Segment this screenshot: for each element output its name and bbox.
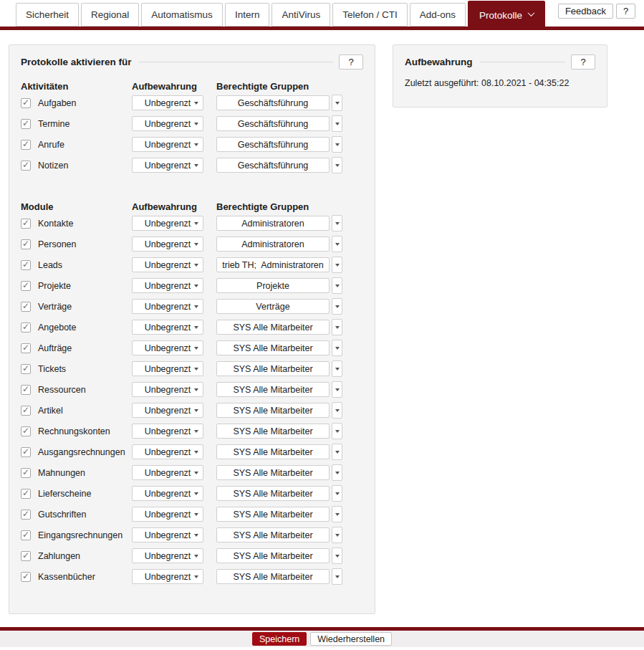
groups-dropdown-button[interactable] [332, 136, 342, 153]
groups-value-field[interactable]: Administratoren [216, 216, 330, 231]
groups-dropdown-button[interactable] [332, 548, 342, 564]
enable-checkbox[interactable]: ✓ [21, 281, 31, 291]
enable-checkbox[interactable]: ✓ [21, 98, 31, 108]
groups-value-field[interactable]: trieb TH; Administratoren [216, 257, 330, 272]
retention-dropdown[interactable]: Unbegrenzt [132, 569, 203, 584]
groups-dropdown-button[interactable] [332, 381, 342, 398]
enable-checkbox[interactable]: ✓ [21, 426, 31, 436]
groups-value-field[interactable]: Geschäftsführung [216, 158, 330, 173]
groups-value-field[interactable]: Administratoren [216, 236, 330, 252]
feedback-button[interactable]: Feedback [558, 4, 613, 19]
enable-checkbox[interactable]: ✓ [21, 385, 31, 395]
groups-dropdown-button[interactable] [332, 340, 342, 356]
groups-dropdown-button[interactable] [332, 423, 342, 439]
groups-value-field[interactable]: SYS Alle Mitarbeiter [216, 486, 330, 501]
enable-checkbox[interactable]: ✓ [21, 161, 31, 171]
retention-dropdown[interactable]: Unbegrenzt [132, 403, 203, 418]
retention-dropdown[interactable]: Unbegrenzt [132, 361, 203, 376]
groups-value-field[interactable]: Verträge [216, 299, 330, 314]
enable-checkbox[interactable]: ✓ [21, 302, 31, 312]
groups-dropdown-button[interactable] [332, 319, 342, 335]
retention-help-button[interactable]: ? [571, 54, 595, 70]
groups-dropdown-button[interactable] [332, 464, 342, 481]
groups-dropdown-button[interactable] [332, 115, 342, 132]
groups-dropdown-button[interactable] [332, 568, 342, 585]
tab-protokolle[interactable]: Protokolle [468, 1, 545, 30]
retention-dropdown[interactable]: Unbegrenzt [132, 137, 203, 152]
groups-dropdown-button[interactable] [332, 485, 342, 502]
retention-dropdown[interactable]: Unbegrenzt [132, 527, 203, 543]
groups-dropdown-button[interactable] [332, 157, 342, 173]
enable-checkbox[interactable]: ✓ [21, 489, 31, 499]
retention-dropdown[interactable]: Unbegrenzt [132, 116, 203, 131]
enable-checkbox[interactable]: ✓ [21, 406, 31, 416]
groups-dropdown-button[interactable] [332, 360, 342, 377]
enable-checkbox[interactable]: ✓ [21, 447, 31, 457]
retention-dropdown[interactable]: Unbegrenzt [132, 465, 203, 480]
retention-dropdown[interactable]: Unbegrenzt [132, 216, 203, 231]
retention-dropdown[interactable]: Unbegrenzt [132, 278, 203, 293]
tab-add-ons[interactable]: Add-ons [410, 3, 466, 27]
enable-checkbox[interactable]: ✓ [21, 140, 31, 150]
enable-checkbox[interactable]: ✓ [21, 119, 31, 129]
groups-dropdown-button[interactable] [332, 527, 342, 543]
groups-value-field[interactable]: Geschäftsführung [216, 95, 330, 110]
enable-checkbox[interactable]: ✓ [21, 239, 31, 249]
groups-dropdown-button[interactable] [332, 506, 342, 522]
groups-dropdown-button[interactable] [332, 298, 342, 315]
retention-dropdown[interactable]: Unbegrenzt [132, 95, 203, 110]
groups-value-field[interactable]: SYS Alle Mitarbeiter [216, 507, 330, 522]
enable-checkbox[interactable]: ✓ [21, 510, 31, 520]
retention-dropdown[interactable]: Unbegrenzt [132, 444, 203, 459]
tab-automatismus[interactable]: Automatismus [141, 3, 223, 27]
groups-value-field[interactable]: SYS Alle Mitarbeiter [216, 444, 330, 459]
enable-checkbox[interactable]: ✓ [21, 322, 31, 333]
groups-value-field[interactable]: SYS Alle Mitarbeiter [216, 320, 330, 335]
tab-regional[interactable]: Regional [81, 3, 139, 27]
enable-checkbox[interactable]: ✓ [21, 530, 31, 540]
groups-value-field[interactable]: SYS Alle Mitarbeiter [216, 424, 330, 439]
tab-antivirus[interactable]: AntiVirus [271, 3, 330, 27]
groups-dropdown-button[interactable] [332, 277, 342, 294]
global-help-button[interactable]: ? [616, 4, 635, 19]
retention-dropdown[interactable]: Unbegrenzt [132, 320, 203, 335]
retention-dropdown[interactable]: Unbegrenzt [132, 236, 203, 252]
groups-value-field[interactable]: SYS Alle Mitarbeiter [216, 569, 330, 584]
groups-value-field[interactable]: Projekte [216, 278, 330, 293]
retention-dropdown[interactable]: Unbegrenzt [132, 340, 203, 355]
groups-value-field[interactable]: Geschäftsführung [216, 137, 330, 152]
groups-value-field[interactable]: SYS Alle Mitarbeiter [216, 403, 330, 418]
tab-telefon-cti[interactable]: Telefon / CTI [332, 3, 408, 27]
restore-button[interactable]: Wiederherstellen [310, 632, 392, 646]
tab-intern[interactable]: Intern [225, 3, 270, 27]
retention-dropdown[interactable]: Unbegrenzt [132, 299, 203, 314]
retention-dropdown[interactable]: Unbegrenzt [132, 548, 203, 563]
groups-dropdown-button[interactable] [332, 402, 342, 419]
enable-checkbox[interactable]: ✓ [21, 364, 31, 374]
groups-value-field[interactable]: SYS Alle Mitarbeiter [216, 382, 330, 397]
groups-value-field[interactable]: SYS Alle Mitarbeiter [216, 548, 330, 563]
groups-dropdown-button[interactable] [332, 95, 342, 111]
tab-sicherheit[interactable]: Sicherheit [16, 3, 79, 27]
groups-dropdown-button[interactable] [332, 257, 342, 273]
groups-dropdown-button[interactable] [332, 236, 342, 252]
retention-dropdown[interactable]: Unbegrenzt [132, 257, 203, 272]
retention-dropdown[interactable]: Unbegrenzt [132, 486, 203, 501]
save-button[interactable]: Speichern [252, 632, 307, 646]
enable-checkbox[interactable]: ✓ [21, 468, 31, 478]
groups-value-field[interactable]: Geschäftsführung [216, 116, 330, 131]
groups-value-field[interactable]: SYS Alle Mitarbeiter [216, 340, 330, 355]
protocols-help-button[interactable]: ? [339, 54, 363, 70]
retention-dropdown[interactable]: Unbegrenzt [132, 424, 203, 439]
groups-dropdown-button[interactable] [332, 444, 342, 460]
groups-value-field[interactable]: SYS Alle Mitarbeiter [216, 465, 330, 480]
groups-dropdown-button[interactable] [332, 215, 342, 231]
retention-dropdown[interactable]: Unbegrenzt [132, 507, 203, 522]
enable-checkbox[interactable]: ✓ [21, 219, 31, 229]
enable-checkbox[interactable]: ✓ [21, 260, 31, 270]
retention-dropdown[interactable]: Unbegrenzt [132, 158, 203, 173]
enable-checkbox[interactable]: ✓ [21, 343, 31, 353]
retention-dropdown[interactable]: Unbegrenzt [132, 382, 203, 397]
enable-checkbox[interactable]: ✓ [21, 572, 31, 582]
enable-checkbox[interactable]: ✓ [21, 551, 31, 561]
